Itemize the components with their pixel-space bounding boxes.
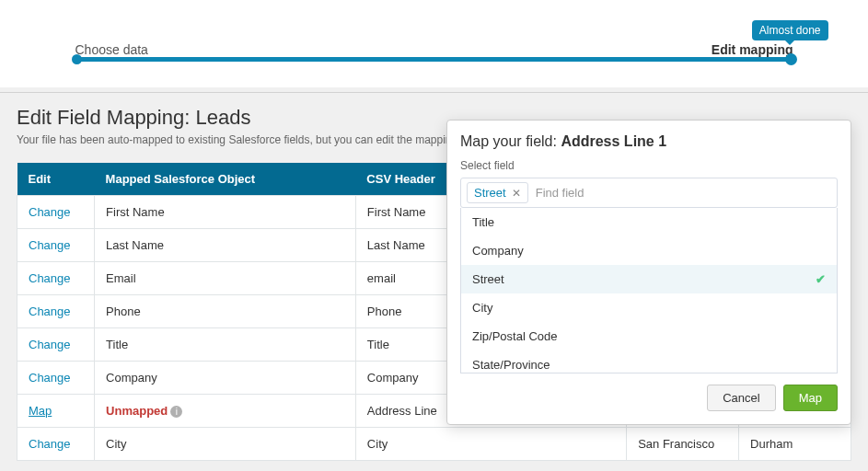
edit-link[interactable]: Change bbox=[29, 238, 71, 252]
edit-link[interactable]: Change bbox=[29, 271, 71, 285]
chip-remove-icon[interactable]: ✕ bbox=[512, 187, 521, 200]
col-edit: Edit bbox=[17, 163, 95, 196]
progress-badge: Almost done bbox=[752, 20, 828, 40]
field-dropdown: TitleCompanyStreet✔CityZip/Postal CodeSt… bbox=[460, 208, 838, 373]
csv-cell: City bbox=[355, 428, 626, 461]
mapped-cell: Company bbox=[95, 362, 356, 395]
mapped-cell: City bbox=[95, 428, 356, 461]
edit-link[interactable]: Change bbox=[29, 205, 71, 219]
option-label: State/Province bbox=[472, 358, 550, 372]
sample-cell: Durham bbox=[739, 428, 851, 461]
mapped-cell: Title bbox=[95, 328, 356, 362]
option-label: Street bbox=[472, 272, 504, 286]
mapped-cell: Phone bbox=[95, 295, 356, 328]
modal-title: Map your field: Address Line 1 bbox=[460, 133, 838, 150]
progress-stepper: Almost done Choose data Edit mapping bbox=[0, 0, 868, 93]
option-label: Title bbox=[472, 215, 494, 229]
mapped-cell: Last Name bbox=[95, 229, 356, 262]
modal-subtitle: Select field bbox=[460, 159, 838, 172]
check-icon: ✔ bbox=[816, 272, 826, 286]
edit-link[interactable]: Change bbox=[29, 371, 71, 385]
field-input-wrap[interactable]: Street ✕ bbox=[460, 178, 838, 208]
step-dot-1 bbox=[72, 54, 82, 64]
dropdown-option[interactable]: Title bbox=[461, 208, 837, 236]
find-field-input[interactable] bbox=[534, 183, 831, 202]
step-label-choose-data: Choose data bbox=[75, 42, 148, 57]
chip-label: Street bbox=[474, 186, 506, 200]
edit-link[interactable]: Change bbox=[29, 304, 71, 318]
cancel-button[interactable]: Cancel bbox=[707, 385, 775, 411]
mapped-cell: First Name bbox=[95, 196, 356, 229]
table-row: ChangeCityCitySan FranciscoDurham bbox=[17, 428, 851, 461]
info-icon[interactable]: i bbox=[170, 406, 182, 418]
edit-link[interactable]: Change bbox=[29, 437, 71, 451]
selected-chip[interactable]: Street ✕ bbox=[467, 182, 528, 203]
edit-link[interactable]: Map bbox=[29, 404, 52, 418]
option-label: Zip/Postal Code bbox=[472, 329, 558, 343]
option-label: City bbox=[472, 301, 492, 315]
map-button[interactable]: Map bbox=[783, 385, 838, 411]
step-dot-2 bbox=[785, 53, 797, 65]
dropdown-option[interactable]: Zip/Postal Code bbox=[461, 322, 837, 350]
dropdown-option[interactable]: Street✔ bbox=[461, 265, 837, 293]
dropdown-option[interactable]: Company bbox=[461, 236, 837, 265]
dropdown-option[interactable]: State/Province bbox=[461, 350, 837, 373]
sample-cell: San Francisco bbox=[627, 428, 739, 461]
step-label-edit-mapping: Edit mapping bbox=[712, 42, 793, 57]
mapped-cell: Email bbox=[95, 262, 356, 295]
map-field-modal: Map your field: Address Line 1 Select fi… bbox=[446, 120, 851, 425]
dropdown-option[interactable]: City bbox=[461, 293, 837, 322]
option-label: Company bbox=[472, 244, 524, 258]
mapped-cell: Unmappedi bbox=[95, 395, 356, 428]
col-mapped: Mapped Salesforce Object bbox=[95, 163, 356, 196]
edit-link[interactable]: Change bbox=[29, 338, 71, 351]
unmapped-label: Unmapped bbox=[106, 404, 168, 418]
